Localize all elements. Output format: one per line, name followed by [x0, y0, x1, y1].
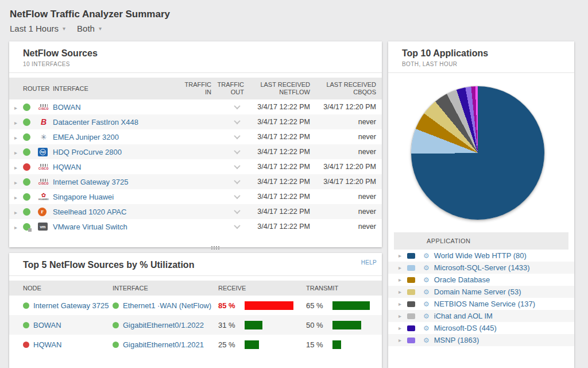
table-header-row: NODE INTERFACE RECEIVE TRANSMIT — [9, 281, 382, 296]
receive-bar — [245, 321, 262, 329]
netflow-sources-table: ROUTER INTERFACE TRAFFIC IN TRAFFIC OUT … — [9, 78, 382, 234]
last-received-cbqos: never — [310, 133, 376, 141]
expand-arrow-icon[interactable]: ▸ — [399, 264, 404, 271]
node-link[interactable]: BOWAN — [33, 321, 61, 329]
chevron-down-icon[interactable] — [234, 208, 240, 214]
expand-arrow-icon[interactable]: ▸ — [14, 164, 17, 171]
application-link[interactable]: Oracle Database — [434, 275, 490, 284]
table-row: BOWAN GigabitEthernet0/1.2022 31 % 50 % — [9, 315, 382, 335]
chevron-down-icon[interactable] — [234, 223, 240, 229]
applications-pie-chart[interactable] — [411, 86, 544, 220]
gear-icon: ⚙ — [423, 325, 430, 332]
cisco-logo-icon: CISCO — [38, 179, 49, 185]
expand-arrow-icon[interactable]: ▸ — [399, 289, 404, 295]
expand-arrow-icon[interactable]: ▸ — [399, 325, 404, 331]
transmit-bar — [332, 321, 361, 329]
chevron-down-icon[interactable] — [234, 178, 240, 184]
receive-bar — [245, 340, 259, 349]
expand-arrow-icon[interactable]: ▸ — [14, 150, 17, 156]
gear-icon: ⚙ — [423, 301, 430, 308]
expand-arrow-icon[interactable]: ▸ — [399, 313, 404, 319]
router-link[interactable]: BOWAN — [53, 103, 177, 112]
router-link[interactable]: Steelhead 1020 APAC — [53, 208, 177, 216]
transmit-bar — [332, 340, 341, 349]
direction-value: Both — [77, 24, 95, 33]
gear-icon: ⚙ — [423, 264, 430, 271]
application-link[interactable]: MSNP (1863) — [434, 336, 479, 344]
status-up-icon — [23, 148, 30, 156]
interface-link[interactable]: GigabitEthernet0/1.2022 — [123, 321, 204, 329]
interface-link[interactable]: GigabitEthernet0/1.2021 — [123, 340, 204, 349]
application-link[interactable]: Microsoft-SQL-Server (1433) — [434, 263, 530, 272]
panel-title: NetFlow Sources — [23, 48, 368, 59]
col-router: ROUTER — [9, 85, 53, 92]
chevron-down-icon[interactable] — [234, 148, 240, 154]
help-link[interactable]: HELP — [361, 259, 377, 266]
dashboard-filters: Last 1 Hours ▾ Both ▾ — [10, 24, 102, 33]
chevron-down-icon[interactable] — [234, 193, 240, 199]
expand-arrow-icon[interactable]: ▸ — [14, 105, 17, 111]
router-link[interactable]: Singapore Huawei — [53, 193, 177, 201]
legend-swatch — [407, 289, 415, 295]
expand-arrow-icon[interactable]: ▸ — [14, 194, 17, 201]
list-item: ▸ ⚙ Microsoft-SQL-Server (1433) — [388, 262, 574, 274]
riverbed-logo-icon: r — [38, 208, 47, 216]
gear-icon: ⚙ — [423, 337, 430, 344]
router-link[interactable]: HQWAN — [53, 163, 177, 171]
application-link[interactable]: iChat and AOL IM — [434, 312, 493, 320]
status-up-icon — [23, 118, 30, 126]
application-link[interactable]: Microsoft-DS (445) — [434, 324, 497, 332]
last-received-netflow: 3/4/17 12:22 PM — [244, 133, 310, 141]
router-link[interactable]: VMware Virtual Switch — [53, 223, 177, 231]
last-received-netflow: 3/4/17 12:22 PM — [244, 118, 310, 126]
time-range-dropdown[interactable]: Last 1 Hours ▾ — [10, 24, 65, 33]
top5-header: Top 5 NetFlow Sources by % Utilization — [9, 253, 382, 276]
expand-arrow-icon[interactable]: ▸ — [14, 209, 17, 216]
page-title: NetFlow Traffic Analyzer Summary — [10, 9, 170, 20]
router-link[interactable]: Datacenter FastIron X448 — [53, 118, 177, 126]
table-row: ▸ hp HDQ ProCurve 2800 3/4/17 12:22 PM n… — [9, 144, 382, 159]
transmit-bar — [332, 301, 370, 310]
application-link[interactable]: World Wide Web HTTP (80) — [434, 251, 527, 260]
application-link[interactable]: NETBIOS Name Service (137) — [434, 300, 535, 308]
direction-dropdown[interactable]: Both ▾ — [77, 24, 102, 33]
table-row: ▸ vm VMware Virtual Switch 3/4/17 12:22 … — [9, 219, 382, 234]
list-item: ▸ ⚙ iChat and AOL IM — [388, 310, 574, 322]
chevron-down-icon[interactable] — [234, 103, 240, 109]
expand-arrow-icon[interactable]: ▸ — [399, 337, 404, 343]
node-link[interactable]: HQWAN — [33, 340, 61, 349]
expand-arrow-icon[interactable]: ▸ — [399, 252, 404, 259]
table-row: ▸ CISCO HQWAN 3/4/17 12:22 PM 3/4/17 12:… — [9, 159, 382, 174]
router-link[interactable]: HDQ ProCurve 2800 — [53, 148, 177, 156]
resize-grip[interactable] — [211, 246, 219, 250]
expand-arrow-icon[interactable]: ▸ — [14, 135, 17, 141]
last-received-cbqos: never — [310, 148, 376, 156]
chevron-down-icon[interactable] — [234, 118, 240, 124]
receive-percent: 25 % — [218, 340, 245, 349]
expand-arrow-icon[interactable]: ▸ — [14, 224, 17, 231]
netflow-sources-header: NetFlow Sources 10 INTERFACES — [9, 41, 382, 73]
table-row: ▸ r Steelhead 1020 APAC 3/4/17 12:22 PM … — [9, 204, 382, 219]
col-last-received-cbqos: LAST RECEIVED CBQOS — [310, 81, 376, 96]
expand-arrow-icon[interactable]: ▸ — [399, 277, 404, 283]
chevron-down-icon[interactable] — [234, 163, 240, 169]
status-up-icon — [23, 302, 29, 309]
list-item: ▸ ⚙ World Wide Web HTTP (80) — [388, 250, 574, 262]
transmit-percent: 65 % — [306, 301, 332, 310]
last-received-netflow: 3/4/17 12:22 PM — [244, 148, 310, 156]
last-received-cbqos: never — [310, 118, 376, 126]
status-up-icon — [23, 133, 30, 141]
router-link[interactable]: EMEA Juniper 3200 — [53, 133, 177, 141]
application-link[interactable]: Domain Name Server (53) — [434, 288, 521, 296]
interface-link[interactable]: Ethernet1 ·WAN (NetFlow) — [123, 301, 211, 310]
chevron-down-icon[interactable] — [234, 133, 240, 139]
panel-subtitle: BOTH, LAST HOUR — [402, 61, 560, 67]
expand-arrow-icon[interactable]: ▸ — [399, 301, 404, 307]
cisco-logo-icon: CISCO — [38, 104, 49, 110]
col-transmit: TRANSMIT — [306, 285, 376, 292]
node-link[interactable]: Internet Gateway 3725 — [33, 301, 109, 310]
expand-arrow-icon[interactable]: ▸ — [14, 179, 17, 186]
expand-arrow-icon[interactable]: ▸ — [14, 120, 17, 126]
transmit-percent: 15 % — [306, 340, 332, 349]
router-link[interactable]: Internet Gateway 3725 — [53, 178, 177, 186]
